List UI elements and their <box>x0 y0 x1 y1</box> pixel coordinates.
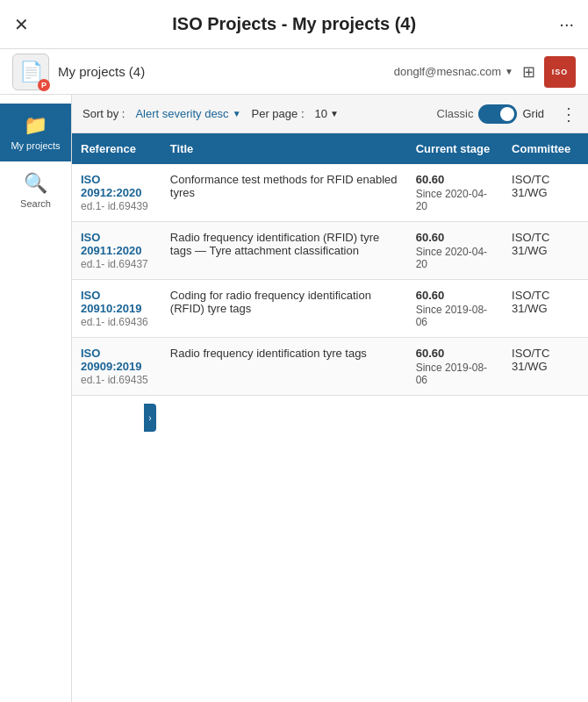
table-row: ISO 20911:2020 ed.1- id.69437 Radio freq… <box>72 222 588 280</box>
logo-badge: P <box>38 79 50 91</box>
stage-since-2: Since 2019-08-06 <box>416 304 494 328</box>
stage-val-3: 60.60 <box>416 347 494 360</box>
main-layout: 📁 My projects 🔍 Search Sort by : Alert s… <box>0 95 588 702</box>
ref-sub-2: ed.1- id.69436 <box>81 316 148 328</box>
logo-icon: 📄 <box>19 61 43 83</box>
projects-table: Reference Title Current stage Committee … <box>72 133 588 396</box>
stage-val-1: 60.60 <box>416 231 494 244</box>
toggle-thumb <box>500 107 514 121</box>
cell-stage-3: 60.60 Since 2019-08-06 <box>407 338 503 396</box>
cell-reference-2: ISO 20910:2019 ed.1- id.69436 <box>72 280 161 338</box>
col-title: Title <box>161 133 407 164</box>
ref-link-2[interactable]: ISO 20910:2019 <box>81 289 153 315</box>
ref-link-1[interactable]: ISO 20911:2020 <box>81 231 153 257</box>
email-display[interactable]: donglf@mesnac.com ▼ <box>394 65 513 78</box>
ref-sub-3: ed.1- id.69435 <box>81 374 148 386</box>
table-body: ISO 20912:2020 ed.1- id.69439 Conformanc… <box>72 164 588 396</box>
table-header: Reference Title Current stage Committee <box>72 133 588 164</box>
cell-committee-0: ISO/TC 31/WG <box>503 164 588 222</box>
per-page-chevron-icon: ▼ <box>330 109 339 118</box>
per-page-value: 10 <box>315 107 327 120</box>
per-page-select[interactable]: 10 ▼ <box>315 107 339 120</box>
stage-since-3: Since 2019-08-06 <box>416 362 494 386</box>
header-bar: 📄 P My projects (4) donglf@mesnac.com ▼ … <box>0 49 588 95</box>
close-icon[interactable]: ✕ <box>14 14 29 35</box>
cell-stage-0: 60.60 Since 2020-04-20 <box>407 164 503 222</box>
search-icon: 🔍 <box>24 172 47 195</box>
logo: 📄 P <box>12 54 49 90</box>
email-text: donglf@mesnac.com <box>394 65 501 78</box>
header-right: donglf@mesnac.com ▼ ⊞ ISO <box>394 56 576 88</box>
sidebar-item-label-search: Search <box>20 198 51 209</box>
table-row: ISO 20912:2020 ed.1- id.69439 Conformanc… <box>72 164 588 222</box>
ref-link-3[interactable]: ISO 20909:2019 <box>81 347 153 373</box>
cell-committee-2: ISO/TC 31/WG <box>503 280 588 338</box>
cell-title-2: Coding for radio frequency identificatio… <box>161 280 407 338</box>
table-row: ISO 20910:2019 ed.1- id.69436 Coding for… <box>72 280 588 338</box>
header-left: 📄 P My projects (4) <box>12 54 145 90</box>
project-title: My projects (4) <box>58 64 145 79</box>
cell-title-1: Radio frequency identification (RFID) ty… <box>161 222 407 280</box>
cell-committee-1: ISO/TC 31/WG <box>503 222 588 280</box>
stage-val-0: 60.60 <box>416 173 494 186</box>
view-grid-label: Grid <box>522 107 544 120</box>
ref-sub-0: ed.1- id.69439 <box>81 200 148 212</box>
sort-select[interactable]: Alert severity desc ▼ <box>135 107 240 120</box>
grid-icon[interactable]: ⊞ <box>522 62 535 82</box>
my-projects-icon: 📁 <box>24 114 47 137</box>
stage-since-1: Since 2020-04-20 <box>416 246 494 270</box>
filter-more-icon[interactable]: ⋮ <box>560 104 577 125</box>
sidebar-item-search[interactable]: 🔍 Search <box>0 161 71 219</box>
sort-chevron-icon: ▼ <box>233 109 241 118</box>
ref-link-0[interactable]: ISO 20912:2020 <box>81 173 153 199</box>
col-reference: Reference <box>72 133 161 164</box>
cell-reference-0: ISO 20912:2020 ed.1- id.69439 <box>72 164 161 222</box>
more-icon[interactable]: ··· <box>559 14 574 34</box>
email-dropdown-icon[interactable]: ▼ <box>505 67 513 76</box>
sort-value: Alert severity desc <box>135 107 228 120</box>
col-committee: Committee <box>503 133 588 164</box>
stage-val-2: 60.60 <box>416 289 494 302</box>
table-row: ISO 20909:2019 ed.1- id.69435 Radio freq… <box>72 338 588 396</box>
per-page-label: Per page : <box>252 107 305 120</box>
sidebar-collapse-tab[interactable]: › <box>144 404 156 432</box>
cell-stage-2: 60.60 Since 2019-08-06 <box>407 280 503 338</box>
sort-label: Sort by : <box>82 107 125 120</box>
page-title: ISO Projects - My projects (4) <box>172 14 416 34</box>
view-toggle: Classic Grid <box>437 104 544 124</box>
filter-bar: Sort by : Alert severity desc ▼ Per page… <box>72 95 588 133</box>
cell-reference-3: ISO 20909:2019 ed.1- id.69435 <box>72 338 161 396</box>
iso-logo: ISO <box>544 56 576 88</box>
top-bar: ✕ ISO Projects - My projects (4) ··· <box>0 0 588 49</box>
sidebar: 📁 My projects 🔍 Search <box>0 95 72 702</box>
view-toggle-switch[interactable] <box>478 104 517 124</box>
table-container: › Reference Title Current stage Committe… <box>72 133 588 702</box>
ref-sub-1: ed.1- id.69437 <box>81 258 148 270</box>
cell-title-3: Radio frequency identification tyre tags <box>161 338 407 396</box>
cell-committee-3: ISO/TC 31/WG <box>503 338 588 396</box>
col-stage: Current stage <box>407 133 503 164</box>
stage-since-0: Since 2020-04-20 <box>416 188 494 212</box>
cell-title-0: Conformance test methods for RFID enable… <box>161 164 407 222</box>
sidebar-item-my-projects[interactable]: 📁 My projects <box>0 104 71 161</box>
cell-stage-1: 60.60 Since 2020-04-20 <box>407 222 503 280</box>
iso-text: ISO <box>552 68 569 76</box>
content-area: Sort by : Alert severity desc ▼ Per page… <box>72 95 588 702</box>
view-classic-label: Classic <box>437 107 474 120</box>
sidebar-item-label-my-projects: My projects <box>11 140 60 151</box>
cell-reference-1: ISO 20911:2020 ed.1- id.69437 <box>72 222 161 280</box>
